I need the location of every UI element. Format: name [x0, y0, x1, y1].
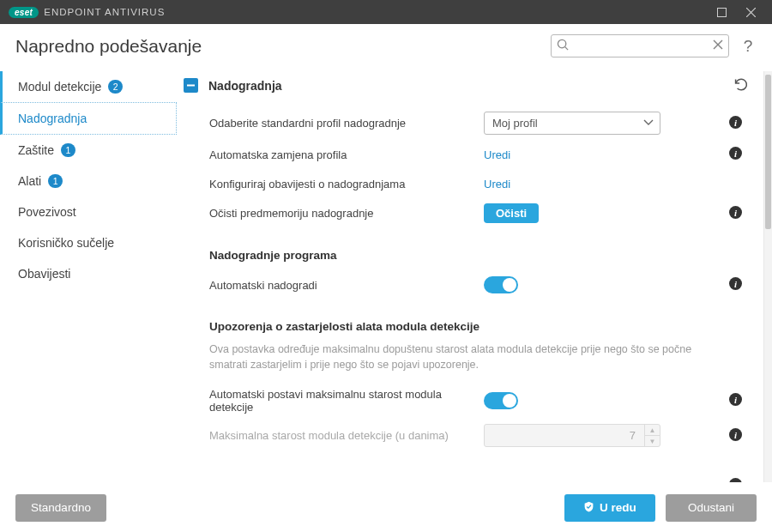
spinner-arrows: ▲ ▼ — [644, 425, 660, 446]
info-icon[interactable]: i — [722, 277, 748, 293]
sidebar-item-ui[interactable]: Korisničko sučelje — [0, 227, 177, 258]
brand-logo: eset — [9, 7, 39, 18]
row-auto-switch: Automatska zamjena profila Uredi i — [184, 140, 748, 169]
scrollbar-thumb[interactable] — [765, 75, 771, 229]
row-auto-max-age: Automatski postavi maksimalnu starost mo… — [184, 383, 748, 419]
clear-search-icon[interactable] — [712, 39, 724, 53]
sidebar: Modul detekcije 2 Nadogradnja Zaštite 1 … — [0, 71, 180, 482]
page-title: Napredno podešavanje — [15, 36, 540, 57]
sidebar-item-label: Zaštite — [18, 143, 54, 157]
search-icon — [557, 39, 570, 54]
row-label: Maksimalna starost modula detekcije (u d… — [184, 429, 484, 442]
brand-product: ENDPOINT ANTIVIRUS — [44, 7, 165, 17]
info-icon[interactable]: i — [722, 116, 748, 131]
select-value: Moj profil — [492, 117, 538, 130]
sidebar-item-tools[interactable]: Alati 1 — [0, 166, 177, 196]
row-max-age-days: Maksimalna starost modula detekcije (u d… — [184, 419, 748, 452]
subsection-description: Ova postavka određuje maksimalnu dopušte… — [184, 342, 748, 383]
revert-icon[interactable] — [733, 76, 748, 94]
subsection-outdated-warning: Upozorenja o zastarjelosti alata modula … — [184, 299, 748, 342]
sidebar-item-protections[interactable]: Zaštite 1 — [0, 135, 177, 166]
svg-point-3 — [558, 39, 565, 47]
footer: Standardno U redu Odustani — [0, 482, 772, 532]
sidebar-item-label: Modul detekcije — [18, 80, 101, 94]
chevron-down-icon — [643, 118, 654, 130]
cancel-button[interactable]: Odustani — [666, 494, 757, 522]
edit-link[interactable]: Uredi — [484, 178, 510, 190]
spinner-down-icon: ▼ — [645, 436, 660, 446]
sidebar-badge: 1 — [61, 143, 75, 157]
search-box — [551, 34, 729, 57]
sidebar-item-connectivity[interactable]: Povezivost — [0, 196, 177, 227]
titlebar: eset ENDPOINT ANTIVIRUS — [0, 0, 772, 24]
row-label: Očisti predmemoriju nadogradnje — [184, 207, 484, 220]
section-title: Nadogradnja — [208, 79, 722, 93]
info-icon[interactable]: i — [722, 147, 748, 162]
info-icon[interactable]: i — [722, 393, 748, 408]
info-icon[interactable]: i — [722, 206, 748, 221]
edit-link[interactable]: Uredi — [484, 148, 510, 161]
shield-icon — [583, 501, 594, 515]
svg-line-4 — [565, 47, 568, 50]
row-label: Automatska zamjena profila — [184, 148, 484, 161]
collapse-toggle[interactable] — [184, 78, 198, 93]
header: Napredno podešavanje ? — [0, 24, 772, 71]
window-close-button[interactable] — [736, 0, 765, 24]
spinner-up-icon: ▲ — [645, 425, 660, 436]
ok-button-label: U redu — [600, 501, 636, 514]
row-profile: Odaberite standardni profil nadogradnje … — [184, 106, 748, 140]
sidebar-item-update[interactable]: Nadogradnja — [0, 102, 177, 135]
sidebar-item-label: Nadogradnja — [18, 112, 87, 125]
info-icon[interactable]: i — [722, 428, 748, 444]
row-label: Odaberite standardni profil nadogradnje — [184, 117, 484, 130]
sidebar-item-label: Korisničko sučelje — [18, 236, 114, 250]
default-button[interactable]: Standardno — [15, 494, 106, 522]
sidebar-item-label: Alati — [18, 174, 41, 188]
svg-rect-0 — [717, 8, 726, 16]
spinner-value: 7 — [485, 429, 644, 442]
help-button[interactable]: ? — [739, 37, 757, 56]
subsection-program-updates: Nadogradnje programa — [184, 228, 748, 270]
scrollbar[interactable] — [763, 71, 772, 482]
sidebar-item-detection[interactable]: Modul detekcije 2 — [0, 71, 177, 102]
search-input[interactable] — [551, 34, 729, 57]
sidebar-item-label: Obavijesti — [18, 267, 70, 281]
profile-select[interactable]: Moj profil — [484, 112, 660, 135]
row-label: Automatski nadogradi — [184, 279, 484, 292]
row-auto-upgrade: Automatski nadogradi i — [184, 270, 748, 299]
ok-button[interactable]: U redu — [564, 494, 655, 522]
sidebar-item-notifications[interactable]: Obavijesti — [0, 258, 177, 289]
info-icon[interactable]: i — [722, 452, 748, 482]
sidebar-badge: 1 — [48, 174, 63, 188]
row-notify: Konfiguriraj obavijesti o nadogradnjama … — [184, 169, 748, 198]
section-header: Nadogradnja — [184, 71, 748, 106]
row-label: Automatski postavi maksimalnu starost mo… — [184, 388, 484, 414]
max-age-spinner: 7 ▲ ▼ — [484, 424, 660, 447]
content-pane: Nadogradnja Odaberite standardni profil … — [180, 71, 763, 482]
sidebar-badge: 2 — [108, 80, 123, 94]
row-label: Konfiguriraj obavijesti o nadogradnjama — [184, 178, 484, 190]
window-maximize-button[interactable] — [707, 0, 736, 24]
subsection-rollback: Povrat na prethodno stanje modula — [184, 454, 722, 482]
auto-max-age-toggle[interactable] — [484, 392, 518, 409]
clear-button[interactable]: Očisti — [484, 203, 539, 223]
row-clear-cache: Očisti predmemoriju nadogradnje Očisti i — [184, 198, 748, 228]
sidebar-item-label: Povezivost — [18, 205, 76, 219]
auto-upgrade-toggle[interactable] — [484, 276, 518, 293]
brand: eset ENDPOINT ANTIVIRUS — [9, 7, 165, 18]
